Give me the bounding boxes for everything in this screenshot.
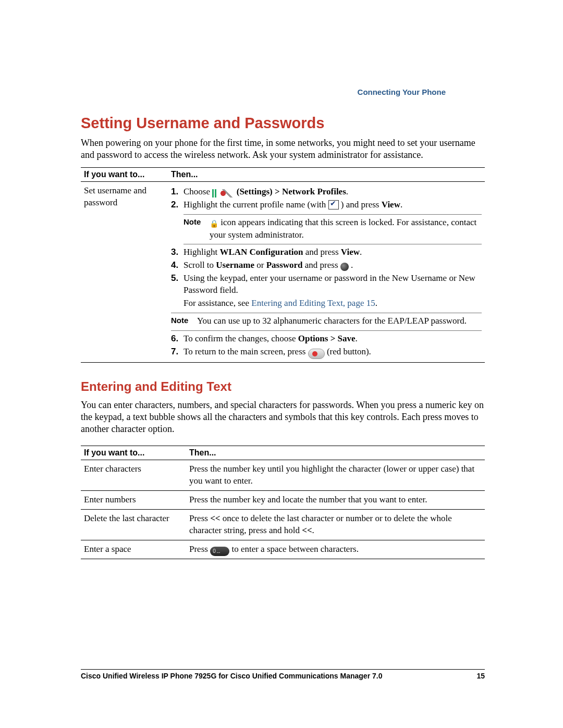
note-label: Note bbox=[183, 217, 210, 241]
table-row: Set username and password 1. Choose (Set… bbox=[81, 182, 485, 363]
table-row: Enter numbers Press the number key and l… bbox=[81, 490, 485, 509]
table-row: Enter characters Press the number key un… bbox=[81, 460, 485, 491]
th-if-you-want-to: If you want to... bbox=[81, 446, 186, 460]
table-entering-text: If you want to... Then... Enter characte… bbox=[81, 446, 485, 559]
step1-settings-path: (Settings) > Network Profiles bbox=[237, 187, 346, 196]
note2-text: You can use up to 32 alphanumeric charac… bbox=[197, 315, 482, 327]
cell-set-username-steps: 1. Choose (Settings) > Network Profiles.… bbox=[168, 182, 485, 363]
step1-text: Choose bbox=[183, 187, 212, 196]
heading-setting-username: Setting Username and Passwords bbox=[81, 115, 485, 132]
signal-icon bbox=[212, 189, 217, 198]
footer-doc-title: Cisco Unified Wireless IP Phone 7925G fo… bbox=[81, 672, 382, 680]
table-row: Delete the last character Press << once … bbox=[81, 509, 485, 540]
th-if-you-want-to: If you want to... bbox=[81, 168, 168, 182]
step2-view: View bbox=[382, 200, 400, 209]
settings-tools-icon bbox=[220, 189, 235, 198]
footer-page-number: 15 bbox=[476, 672, 485, 680]
heading-entering-editing-text: Entering and Editing Text bbox=[81, 379, 485, 394]
link-entering-editing-text[interactable]: Entering and Editing Text, page 15 bbox=[251, 298, 375, 308]
page-footer: Cisco Unified Wireless IP Phone 7925G fo… bbox=[81, 669, 485, 680]
red-end-button-icon bbox=[308, 349, 325, 359]
th-then: Then... bbox=[168, 168, 485, 182]
checkmark-icon bbox=[328, 200, 339, 209]
lock-icon bbox=[210, 217, 218, 229]
note1-text: icon appears indicating that this screen… bbox=[210, 217, 476, 240]
table-set-username: If you want to... Then... Set username a… bbox=[81, 167, 485, 363]
select-button-icon bbox=[340, 263, 349, 271]
step5-text: Using the keypad, enter your username or… bbox=[183, 273, 482, 297]
section-header: Connecting Your Phone bbox=[358, 88, 446, 96]
table-row: Enter a space Press 0 ⎵ to enter a space… bbox=[81, 540, 485, 559]
th-then: Then... bbox=[186, 446, 485, 460]
step2-pre: Highlight the current profile name (with bbox=[183, 200, 328, 209]
zero-key-icon: 0 ⎵ bbox=[210, 547, 229, 556]
page: Connecting Your Phone Setting Username a… bbox=[0, 0, 563, 728]
cell-set-username-label: Set username and password bbox=[81, 182, 168, 363]
intro-paragraph-2: You can enter characters, numbers, and s… bbox=[81, 399, 485, 435]
step2-post: ) and press bbox=[341, 200, 382, 209]
note-label: Note bbox=[171, 315, 197, 327]
intro-paragraph-1: When powering on your phone for the firs… bbox=[81, 137, 485, 161]
